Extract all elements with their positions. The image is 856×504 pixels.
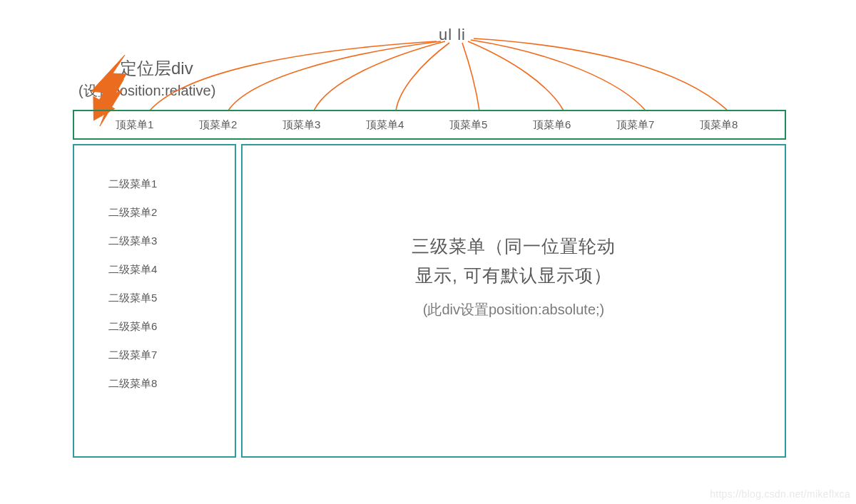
sidebar-item-7[interactable]: 二级菜单7 [108,341,235,369]
nav-item-8[interactable]: 顶菜单8 [700,118,783,132]
nav-item-4[interactable]: 顶菜单4 [366,118,449,132]
nav-item-5[interactable]: 顶菜单5 [449,118,533,132]
sidebar-item-2[interactable]: 二级菜单2 [108,198,235,227]
sidebar-item-1[interactable]: 二级菜单1 [108,170,235,198]
nav-item-2[interactable]: 顶菜单2 [199,118,282,132]
sidebar-item-5[interactable]: 二级菜单5 [108,284,235,312]
sidebar-item-6[interactable]: 二级菜单6 [108,312,235,341]
sidebar-item-3[interactable]: 二级菜单3 [108,227,235,255]
sidebar-item-4[interactable]: 二级菜单4 [108,255,235,284]
nav-item-1[interactable]: 顶菜单1 [116,118,199,132]
content-position-note: (此div设置position:absolute;) [243,300,785,319]
sidebar-level2: 二级菜单1 二级菜单2 二级菜单3 二级菜单4 二级菜单5 二级菜单6 二级菜单… [73,144,236,458]
sidebar-item-8[interactable]: 二级菜单8 [108,369,235,398]
content-text-line2: 显示, 可有默认显示项） [243,264,785,287]
connector-lines [150,38,728,110]
content-text-line1: 三级菜单（同一位置轮动 [243,235,785,258]
nav-item-7[interactable]: 顶菜单7 [616,118,700,132]
content-panel-level3: 三级菜单（同一位置轮动 显示, 可有默认显示项） (此div设置position… [241,144,786,458]
annotation-subtitle: (设置position:relative) [78,81,215,101]
ul-li-label: ul li [439,26,466,44]
nav-item-6[interactable]: 顶菜单6 [533,118,616,132]
annotation-title: 定位层div [120,57,193,80]
watermark-text: https://blog.csdn.net/mikeflxca [710,488,850,500]
nav-item-3[interactable]: 顶菜单3 [282,118,366,132]
top-nav-bar: 顶菜单1 顶菜单2 顶菜单3 顶菜单4 顶菜单5 顶菜单6 顶菜单7 顶菜单8 [73,110,786,140]
